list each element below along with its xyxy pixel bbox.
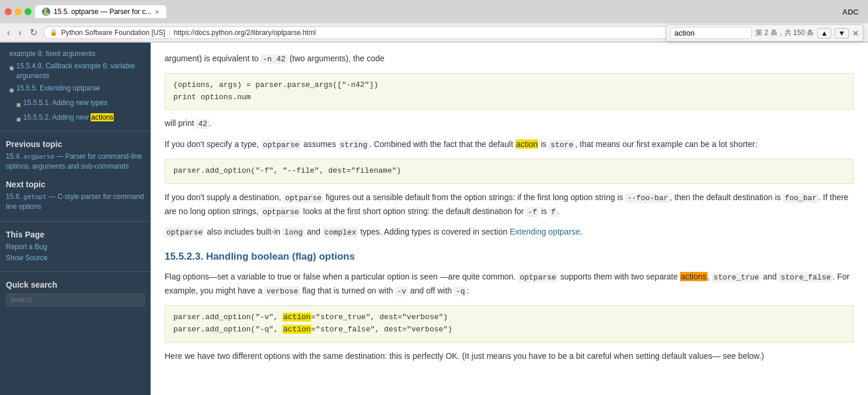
site-name: Python Software Foundation [US]	[61, 29, 165, 37]
para4: Flag options—set a variable to true or f…	[165, 270, 854, 298]
highlight-action-code-1: action	[283, 313, 311, 321]
previous-topic-text: 15.4. argparse — Parser for command-line…	[0, 151, 151, 176]
para5: Here we have two different options with …	[165, 349, 854, 362]
find-input[interactable]	[670, 27, 752, 39]
para4-text1: Flag options—set a variable to true or f…	[165, 272, 518, 281]
sidebar-link-new-types[interactable]: 15.5.5.1. Adding new types	[23, 98, 107, 108]
previous-topic-section: Previous topic	[0, 136, 151, 151]
close-button[interactable]	[5, 8, 12, 15]
code-block-3-content: parser.add_option("-v", action="store_tr…	[173, 313, 452, 334]
minimize-button[interactable]	[15, 8, 22, 15]
para3-text3: types. Adding types is covered in sectio…	[358, 227, 510, 236]
will-print-val: 42	[196, 119, 209, 129]
highlight-action-code-2: action	[283, 325, 311, 334]
para1-mid2: . Combined with the fact that the defaul…	[369, 139, 515, 149]
para3: optparse also includes built-in long and…	[165, 225, 854, 239]
show-source-link[interactable]: Show Source	[6, 254, 47, 262]
para2-code4: optparse	[261, 207, 301, 217]
intro-text: argument) is equivalent to	[165, 54, 261, 63]
sidebar-link-callback-6[interactable]: 15.5.4.9. Callback example 6: variable a…	[16, 61, 146, 81]
para1-code2: string	[339, 140, 369, 150]
para4-end: :	[467, 286, 469, 295]
para1-code1: optparse	[261, 140, 301, 150]
para4-code1: optparse	[518, 272, 557, 282]
next-topic-section: Next topic	[0, 176, 151, 191]
para2-mid4: looks at the first short option string: …	[301, 207, 526, 216]
highlight-action-1: action	[515, 139, 538, 149]
para3-code1: optparse	[165, 228, 204, 237]
will-print-paragraph: will print 42.	[165, 117, 854, 131]
code-block-2: parser.add_option("-f", "--file", dest="…	[165, 159, 854, 184]
tab-favicon: 🐍	[42, 8, 50, 16]
find-close-button[interactable]: ✕	[852, 29, 859, 38]
getopt-code: getopt	[23, 193, 47, 201]
bullet-icon: ■	[16, 114, 21, 125]
para4-code6: -q	[454, 286, 467, 296]
para4-code3: store_false	[779, 272, 832, 282]
para4-text7: and off with	[408, 286, 454, 295]
highlight-actions-2: actions	[680, 272, 707, 281]
report-bug-item: Report a Bug	[0, 241, 151, 252]
reload-button[interactable]: ↻	[27, 26, 40, 39]
code-block-1-content: (options, args) = parser.parse_args(["-n…	[173, 81, 378, 102]
forward-button[interactable]: ›	[16, 26, 23, 39]
content-area: argument) is equivalent to -n 42 (two ar…	[151, 43, 868, 395]
para1-mid1: assumes	[301, 139, 339, 149]
para2-code3: foo_bar	[783, 193, 818, 203]
extending-optparse-link[interactable]: Extending optparse	[510, 227, 580, 236]
tab-close-icon[interactable]: ✕	[155, 9, 159, 15]
report-bug-link[interactable]: Report a Bug	[6, 243, 47, 251]
list-item: example 8: fixed arguments	[5, 47, 151, 60]
argparse-code: argparse	[23, 153, 54, 160]
para3-text1: also includes built-in	[204, 227, 283, 236]
traffic-lights	[5, 8, 32, 15]
para3-code2: long	[283, 228, 304, 237]
find-next-button[interactable]: ▼	[835, 28, 849, 39]
lock-icon: 🔒	[50, 29, 58, 36]
bullet-icon: ■	[9, 63, 14, 74]
will-print-end: .	[209, 118, 211, 128]
previous-topic-link[interactable]: 15.4. argparse — Parser for command-line…	[6, 152, 142, 170]
para1-end: , that means our first example can be a …	[575, 139, 757, 149]
next-topic-text: 15.6. getopt — C-style parser for comman…	[0, 191, 151, 216]
sidebar-link-extending[interactable]: 15.5.5. Extending optparse	[16, 83, 100, 93]
para2-mid5: is	[539, 207, 549, 216]
browser-app-name: ADC	[842, 8, 863, 16]
para2-mid1: figures out a sensible default from the …	[323, 193, 626, 202]
next-topic-link[interactable]: 15.6. getopt — C-style parser for comman…	[6, 193, 144, 211]
sidebar-link-fixed-args[interactable]: example 8: fixed arguments	[9, 50, 95, 58]
find-bar: 第 2 条，共 150 条 ▲ ▼ ✕	[666, 25, 863, 41]
active-tab[interactable]: 🐍 15.5. optparse — Parser for c... ✕	[35, 5, 166, 18]
quick-search-section: Quick search	[0, 277, 151, 291]
intro-paragraph: argument) is equivalent to -n 42 (two ar…	[165, 52, 854, 66]
address-separator: |	[169, 29, 170, 36]
sidebar-link-new-actions[interactable]: 15.5.5.2. Adding new actions	[23, 113, 114, 123]
quick-search-input[interactable]	[6, 293, 145, 306]
maximize-button[interactable]	[25, 8, 32, 15]
para2-end: .	[557, 207, 560, 216]
show-source-item: Show Source	[0, 252, 151, 267]
para4-code4: verbose	[264, 286, 300, 296]
sidebar-highlight-actions: actions	[90, 113, 114, 121]
intro-code1: -n 42	[261, 54, 287, 64]
new-tab-button[interactable]	[172, 4, 190, 20]
code-block-3: parser.add_option("-v", action="store_tr…	[165, 305, 854, 342]
para4-text2: supports them with two separate	[558, 272, 680, 281]
para2-mid2: , then the default destination is	[670, 193, 783, 202]
para2-before: If you don't supply a destination,	[165, 193, 283, 202]
back-button[interactable]: ‹	[5, 26, 12, 39]
bullet-icon: ■	[9, 85, 14, 96]
url-text: https://docs.python.org/2/library/optpar…	[174, 29, 316, 37]
para2-code1: optparse	[283, 193, 323, 203]
intro-text2: (two arguments), the code	[290, 54, 385, 63]
para3-code3: complex	[323, 228, 358, 237]
sidebar-nav-list: example 8: fixed arguments ■ 15.5.4.9. C…	[0, 47, 151, 126]
code-block-2-content: parser.add_option("-f", "--file", dest="…	[173, 166, 401, 175]
section-title: 15.5.2.3. Handling boolean (flag) option…	[165, 249, 854, 264]
find-prev-button[interactable]: ▲	[817, 28, 831, 39]
para3-end: .	[580, 227, 583, 236]
para5-text: Here we have two different options with …	[165, 351, 764, 361]
para1-mid3: is	[538, 139, 549, 149]
code-block-1: (options, args) = parser.parse_args(["-n…	[165, 73, 854, 110]
list-item: ■ 15.5.5. Extending optparse	[5, 82, 151, 97]
